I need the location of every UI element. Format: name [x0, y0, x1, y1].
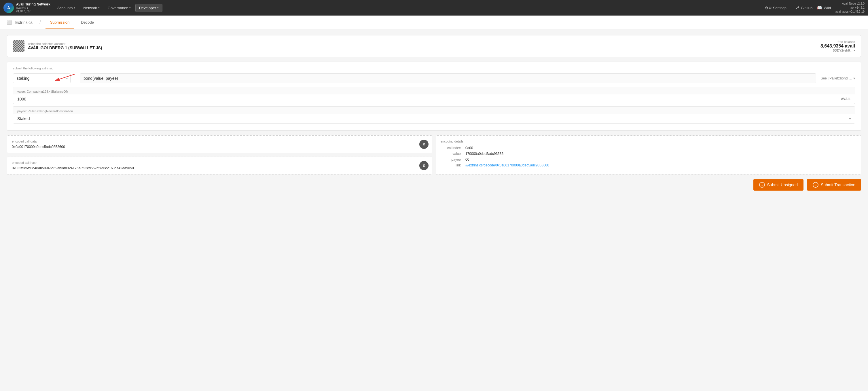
account-address[interactable]: 5DDY2yzh8... ▾ [833, 48, 855, 52]
account-name: AVAIL GOLDBERG 1 (SUBWALLET-JS) [28, 45, 102, 50]
detail-link-key: link [441, 163, 461, 167]
copy-icon-2: ⧉ [423, 163, 425, 168]
call-data-label: encoded call data [12, 140, 427, 143]
gear-icon: ⚙ [765, 6, 772, 10]
app-logo[interactable]: A Avail Turing Network avail/39 ▾ #1,047… [3, 2, 51, 13]
topnav: A Avail Turing Network avail/39 ▾ #1,047… [0, 0, 868, 15]
nav-settings[interactable]: ⚙ Settings [762, 4, 790, 12]
detail-callindex-val: 0a00 [465, 146, 473, 150]
copy-icon: ⧉ [423, 142, 425, 146]
see-pallet-chevron: ▾ [853, 76, 855, 80]
encoded-call-data-box: encoded call data 0x0a00170000a0dec5adc9… [7, 135, 432, 153]
param-value-section: value: Compact<u128> (BalanceOf) AVAIL [13, 87, 855, 104]
node-info: Avail Node v2.2.0 api v14.3.1 avail-apps… [835, 2, 865, 14]
subnav-divider: / [39, 19, 41, 25]
encode-grid: encoded call data 0x0a00170000a0dec5adc9… [7, 135, 861, 174]
section-title: Extrinsics [15, 20, 33, 25]
call-data-value: 0x0a00170000a0dec5adc9353600 [12, 145, 427, 149]
param-unit: AVAIL [841, 97, 851, 101]
detail-callindex-key: callIndex [441, 146, 461, 150]
submit-unsigned-button[interactable]: → Submit Unsigned [753, 179, 804, 191]
subnav: ⬜ Extrinsics / Submission Decode [0, 15, 868, 29]
submit-transaction-icon: → [813, 182, 818, 188]
logo-circle: A [3, 3, 14, 13]
nav-wiki[interactable]: 📖 Wiki [817, 5, 831, 10]
tab-decode[interactable]: Decode [76, 16, 98, 29]
param-value-input[interactable] [17, 97, 841, 101]
main-panel: using the selected account AVAIL GOLDBER… [0, 29, 868, 196]
encoding-details-title: encoding details [441, 140, 856, 143]
form-pallet-row: staking ▾ bond(value, payee) See ['Palle [13, 73, 855, 83]
tab-submission[interactable]: Submission [45, 16, 74, 29]
github-icon: ⎇ [795, 5, 799, 10]
detail-link: link #/extrinsics/decode/0x0a00170000a0d… [441, 163, 856, 167]
red-arrow-annotation [52, 72, 78, 83]
extrinsic-form: submit the following extrinsic staking ▾ [7, 62, 861, 131]
nav-developer[interactable]: Developer ▾ [135, 4, 162, 12]
param-payee-label: payee: PalletStakingRewardDestination [13, 106, 855, 114]
submit-row: → Submit Unsigned → Submit Transaction [7, 179, 861, 191]
governance-chevron: ▾ [129, 6, 131, 9]
node-sub: avail/39 ▾ [16, 6, 51, 10]
see-pallet-link[interactable]: See ['Pallet::bond']... ▾ [821, 76, 855, 80]
detail-value-key: value [441, 152, 461, 156]
node-name: Avail Turing Network [16, 2, 51, 6]
encoding-details-box: encoding details callIndex 0a00 value 17… [436, 135, 861, 174]
form-title: submit the following extrinsic [13, 66, 855, 70]
copy-call-hash-button[interactable]: ⧉ [419, 161, 429, 170]
developer-chevron: ▾ [157, 6, 159, 9]
nav-github[interactable]: ⎇ GitHub [795, 5, 812, 10]
wiki-icon: 📖 [817, 5, 822, 10]
nav-accounts[interactable]: Accounts ▾ [54, 4, 79, 12]
detail-value: value 170000a0dec5adc93536 [441, 152, 856, 156]
detail-link-val[interactable]: #/extrinsics/decode/0x0a00170000a0dec5ad… [465, 163, 549, 167]
extrinsics-icon: ⬜ [7, 20, 12, 25]
copy-call-data-button[interactable]: ⧉ [419, 140, 429, 149]
param-value-label: value: Compact<u128> (BalanceOf) [13, 87, 855, 94]
nav-network[interactable]: Network ▾ [80, 4, 103, 12]
using-label: using the selected account [28, 42, 102, 45]
encoded-call-hash-box: encoded call hash 0x032f5c6fd8c48ab59946… [7, 157, 432, 174]
detail-payee-key: payee [441, 158, 461, 162]
avatar [13, 40, 25, 52]
call-hash-value: 0x032f5c6fd8c48ab59946b69eb3d8324176e8f2… [12, 166, 427, 170]
param-payee-section: payee: PalletStakingRewardDestination St… [13, 106, 855, 124]
address-chevron: ▾ [854, 49, 855, 52]
call-hash-label: encoded call hash [12, 161, 427, 164]
submit-unsigned-icon: → [759, 182, 765, 188]
nav-governance[interactable]: Governance ▾ [104, 4, 134, 12]
accounts-chevron: ▾ [74, 6, 75, 9]
node-block: #1,047,527 [16, 10, 51, 13]
detail-callindex: callIndex 0a00 [441, 146, 856, 150]
svg-line-1 [55, 74, 75, 80]
nav-right: ⚙ Settings ⎇ GitHub 📖 Wiki Avail Node v2… [762, 2, 865, 14]
free-balance-label: free balance [837, 40, 855, 43]
detail-value-val: 170000a0dec5adc93536 [465, 152, 503, 156]
detail-payee: payee 00 [441, 158, 856, 162]
network-chevron: ▾ [98, 6, 100, 9]
submit-transaction-button[interactable]: → Submit Transaction [807, 179, 861, 191]
method-display: bond(value, payee) [80, 73, 816, 83]
param-payee-select[interactable]: Staked Stash Controller [17, 116, 849, 121]
detail-payee-val: 00 [465, 158, 469, 162]
account-section: using the selected account AVAIL GOLDBER… [7, 35, 861, 57]
free-balance-amount: 8,643.9354 avail [820, 43, 855, 48]
payee-chevron: ▾ [849, 117, 851, 120]
